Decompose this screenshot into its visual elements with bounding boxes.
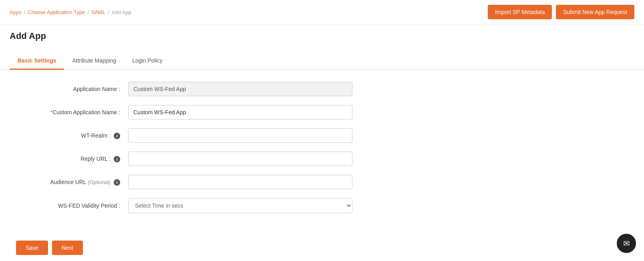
- header: Apps / Choose Application Type / SAML / …: [0, 0, 644, 24]
- breadcrumb-apps[interactable]: Apps: [10, 9, 22, 15]
- reply-url-info-icon[interactable]: i: [114, 156, 120, 162]
- breadcrumb-sep1: /: [24, 9, 26, 15]
- tab-login-policy[interactable]: Login Policy: [124, 53, 171, 70]
- chat-button[interactable]: ✉: [617, 234, 636, 253]
- breadcrumb-sep3: /: [108, 9, 109, 15]
- form-section: Application Name : *Custom Application N…: [0, 70, 644, 234]
- tab-attribute-mapping[interactable]: Attribute Mapping: [64, 53, 124, 70]
- header-buttons: Import SP Metadata Submit New App Reques…: [488, 5, 634, 19]
- audience-url-info-icon[interactable]: i: [114, 179, 120, 186]
- tabs: Basic Settings Attribute Mapping Login P…: [10, 53, 634, 69]
- custom-app-name-row: *Custom Application Name :: [16, 105, 628, 119]
- page-title: Add App: [10, 31, 634, 41]
- next-button[interactable]: Next: [52, 241, 83, 255]
- breadcrumb-choose-type[interactable]: Choose Application Type: [28, 9, 85, 15]
- wt-realm-input[interactable]: [128, 128, 352, 143]
- breadcrumb-sep2: /: [87, 9, 89, 15]
- import-sp-metadata-button[interactable]: Import SP Metadata: [488, 5, 552, 19]
- audience-url-input[interactable]: [128, 175, 352, 189]
- reply-url-label: Reply URL : i: [16, 156, 128, 162]
- validity-period-label: WS-FED Validity Period :: [16, 202, 128, 209]
- application-name-row: Application Name :: [16, 82, 628, 96]
- breadcrumb-saml[interactable]: SAML: [91, 9, 105, 15]
- wt-realm-row: WT-Realm : i: [16, 128, 628, 143]
- wt-realm-label: WT-Realm : i: [16, 132, 128, 139]
- application-name-label: Application Name :: [16, 86, 128, 92]
- audience-url-label: Audience URL (Optional) i: [16, 179, 128, 186]
- page-title-section: Add App: [0, 24, 644, 41]
- save-button[interactable]: Save: [16, 241, 48, 255]
- reply-url-input[interactable]: [128, 152, 352, 166]
- custom-app-name-input[interactable]: [128, 105, 352, 119]
- application-name-input[interactable]: [128, 82, 352, 96]
- breadcrumb-add-app: Add App: [112, 9, 131, 15]
- submit-new-app-request-button[interactable]: Submit New App Request: [556, 5, 634, 19]
- custom-app-name-label: *Custom Application Name :: [16, 109, 128, 115]
- footer-buttons: Save Next: [0, 234, 644, 261]
- reply-url-row: Reply URL : i: [16, 152, 628, 166]
- wt-realm-info-icon[interactable]: i: [114, 133, 120, 139]
- audience-url-row: Audience URL (Optional) i: [16, 175, 628, 189]
- chat-icon: ✉: [623, 239, 630, 248]
- validity-period-row: WS-FED Validity Period : Select Time in …: [16, 198, 628, 213]
- tab-basic-settings[interactable]: Basic Settings: [10, 53, 64, 70]
- tabs-container: Basic Settings Attribute Mapping Login P…: [0, 45, 644, 70]
- validity-period-select[interactable]: Select Time in secs 300 600 900 1800 360…: [128, 198, 352, 213]
- breadcrumb: Apps / Choose Application Type / SAML / …: [10, 9, 131, 15]
